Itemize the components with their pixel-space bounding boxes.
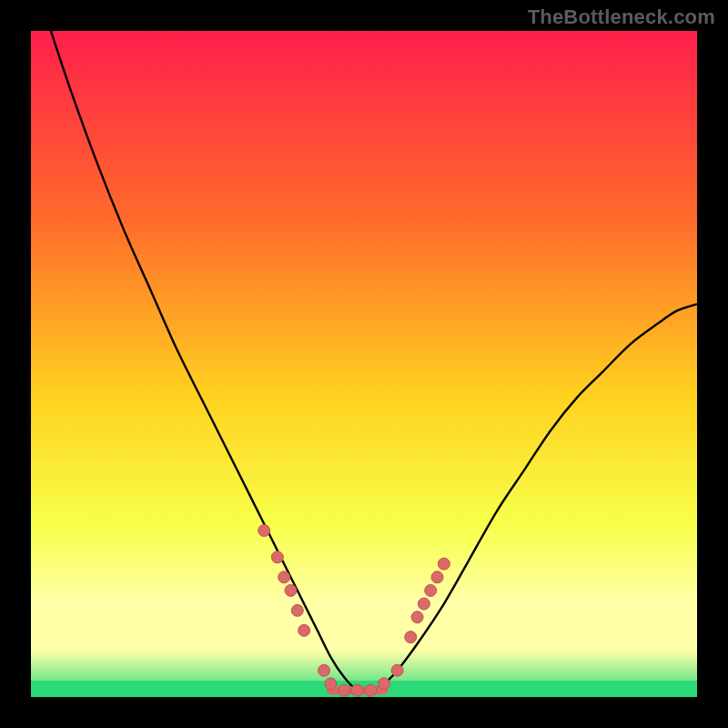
curve-marker (378, 678, 389, 690)
curve-marker (339, 684, 350, 696)
curve-marker (298, 624, 310, 636)
curve-marker (431, 571, 443, 583)
curve-marker (411, 612, 423, 623)
plot-area (31, 31, 697, 697)
watermark-text: TheBottleneck.com (528, 5, 715, 29)
bottleneck-chart (0, 0, 728, 728)
curve-marker (325, 678, 337, 690)
curve-marker (405, 632, 417, 643)
curve-marker (351, 684, 363, 696)
curve-marker (438, 558, 450, 570)
curve-marker (271, 551, 283, 563)
curve-marker (258, 525, 270, 537)
curve-marker (425, 584, 437, 596)
curve-marker (365, 684, 377, 696)
curve-marker (285, 584, 297, 596)
curve-marker (278, 571, 290, 583)
curve-marker (391, 664, 403, 676)
curve-marker (291, 604, 303, 616)
curve-marker (318, 664, 330, 676)
curve-marker (418, 598, 430, 610)
